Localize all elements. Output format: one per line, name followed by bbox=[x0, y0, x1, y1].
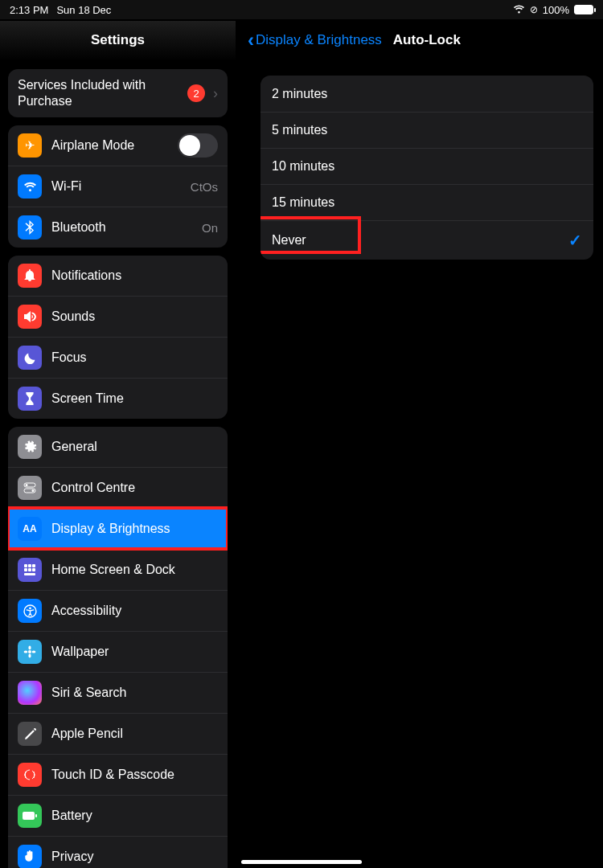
row-siri-search[interactable]: Siri & Search bbox=[8, 672, 228, 713]
group-services: Services Included with Purchase 2 › bbox=[8, 69, 228, 117]
svg-point-15 bbox=[28, 654, 31, 658]
row-services[interactable]: Services Included with Purchase 2 › bbox=[8, 69, 228, 117]
svg-rect-7 bbox=[24, 568, 27, 571]
speaker-icon bbox=[18, 305, 42, 329]
option-10-minutes[interactable]: 10 minutes bbox=[260, 148, 593, 184]
chevron-left-icon: ‹ bbox=[248, 31, 254, 50]
row-notifications[interactable]: Notifications bbox=[8, 256, 228, 296]
row-label: Display & Brightness bbox=[51, 522, 218, 536]
row-screen-time[interactable]: Screen Time bbox=[8, 378, 228, 419]
row-label: Notifications bbox=[51, 268, 218, 283]
status-time: 2:13 PM bbox=[10, 4, 48, 16]
moon-icon bbox=[18, 346, 42, 370]
svg-rect-18 bbox=[23, 812, 35, 820]
row-value: CtOs bbox=[191, 180, 218, 194]
status-date: Sun 18 Dec bbox=[56, 4, 111, 16]
battery-percent: 100% bbox=[543, 4, 569, 16]
svg-point-14 bbox=[28, 646, 31, 650]
svg-point-17 bbox=[32, 650, 36, 653]
autolock-options: 2 minutes 5 minutes 10 minutes 15 minute… bbox=[260, 76, 593, 260]
hourglass-icon bbox=[18, 387, 42, 411]
row-label: Apple Pencil bbox=[51, 727, 218, 741]
bell-icon bbox=[18, 264, 42, 288]
option-label: 2 minutes bbox=[272, 87, 582, 101]
row-label: Bluetooth bbox=[51, 220, 197, 235]
svg-rect-9 bbox=[32, 568, 35, 571]
group-notifications: Notifications Sounds Focus Screen Time bbox=[8, 256, 228, 419]
text-size-icon: AA bbox=[18, 517, 42, 541]
gear-icon bbox=[18, 435, 42, 459]
svg-rect-19 bbox=[35, 814, 37, 817]
grid-icon bbox=[18, 558, 42, 582]
option-never[interactable]: Never ✓ bbox=[260, 220, 593, 260]
row-label: Accessibility bbox=[51, 604, 218, 618]
siri-icon bbox=[18, 681, 42, 705]
row-privacy[interactable]: Privacy bbox=[8, 836, 228, 868]
battery-icon bbox=[18, 804, 42, 828]
battery-icon bbox=[574, 5, 593, 14]
row-label: Sounds bbox=[51, 309, 218, 324]
group-connectivity: ✈︎ Airplane Mode Wi-Fi CtOs Bluetooth On bbox=[8, 125, 228, 248]
switches-icon bbox=[18, 476, 42, 500]
row-battery[interactable]: Battery bbox=[8, 795, 228, 836]
svg-rect-10 bbox=[24, 573, 35, 575]
row-label: Wi-Fi bbox=[51, 179, 186, 194]
detail-pane: ‹ Display & Brightness Auto-Lock 2 minut… bbox=[236, 0, 603, 868]
back-button[interactable]: ‹ Display & Brightness bbox=[248, 31, 382, 50]
row-accessibility[interactable]: Accessibility bbox=[8, 590, 228, 631]
row-label: Touch ID & Passcode bbox=[51, 768, 218, 782]
sidebar-title: Settings bbox=[0, 21, 236, 61]
back-label: Display & Brightness bbox=[256, 32, 382, 48]
badge: 2 bbox=[187, 84, 205, 102]
row-label: Battery bbox=[51, 809, 218, 823]
option-15-minutes[interactable]: 15 minutes bbox=[260, 184, 593, 220]
home-indicator[interactable] bbox=[241, 860, 362, 864]
row-label: Wallpaper bbox=[51, 645, 218, 659]
wifi-icon bbox=[18, 174, 42, 199]
row-focus[interactable]: Focus bbox=[8, 337, 228, 378]
option-2-minutes[interactable]: 2 minutes bbox=[260, 76, 593, 112]
settings-sidebar: Settings Services Included with Purchase… bbox=[0, 0, 236, 868]
row-label: Siri & Search bbox=[51, 686, 218, 700]
row-general[interactable]: General bbox=[8, 427, 228, 467]
row-label: Airplane Mode bbox=[51, 138, 178, 153]
row-label: Control Centre bbox=[51, 481, 218, 495]
row-bluetooth[interactable]: Bluetooth On bbox=[8, 207, 228, 248]
row-home-screen-dock[interactable]: Home Screen & Dock bbox=[8, 549, 228, 590]
option-label: 5 minutes bbox=[272, 123, 582, 137]
option-label: 15 minutes bbox=[272, 195, 582, 210]
row-label: Focus bbox=[51, 350, 218, 365]
svg-rect-8 bbox=[28, 568, 31, 571]
row-apple-pencil[interactable]: Apple Pencil bbox=[8, 713, 228, 754]
svg-point-3 bbox=[32, 489, 35, 492]
chevron-right-icon: › bbox=[213, 85, 218, 102]
row-label: Home Screen & Dock bbox=[51, 563, 218, 577]
page-title: Auto-Lock bbox=[393, 32, 461, 48]
fingerprint-icon bbox=[18, 763, 42, 787]
row-value: On bbox=[202, 221, 218, 235]
pencil-icon bbox=[18, 722, 42, 746]
hand-icon bbox=[18, 845, 42, 868]
option-5-minutes[interactable]: 5 minutes bbox=[260, 112, 593, 148]
status-bar: 2:13 PM Sun 18 Dec ⊘ 100% bbox=[0, 0, 603, 19]
airplane-toggle[interactable] bbox=[178, 133, 218, 158]
row-label: Services Included with Purchase bbox=[18, 77, 187, 109]
group-general: General Control Centre AA Display & Brig… bbox=[8, 427, 228, 868]
row-control-centre[interactable]: Control Centre bbox=[8, 467, 228, 508]
row-display-brightness[interactable]: AA Display & Brightness bbox=[8, 508, 228, 549]
svg-point-16 bbox=[24, 650, 28, 653]
svg-rect-5 bbox=[28, 564, 31, 567]
wifi-icon bbox=[513, 4, 525, 16]
svg-rect-6 bbox=[32, 564, 35, 567]
highlight-box bbox=[260, 216, 361, 254]
row-label: General bbox=[51, 440, 218, 454]
flower-icon bbox=[18, 640, 42, 664]
row-wifi[interactable]: Wi-Fi CtOs bbox=[8, 166, 228, 207]
orientation-lock-icon: ⊘ bbox=[530, 4, 538, 15]
row-touchid-passcode[interactable]: Touch ID & Passcode bbox=[8, 754, 228, 795]
accessibility-icon bbox=[18, 599, 42, 623]
row-airplane-mode[interactable]: ✈︎ Airplane Mode bbox=[8, 125, 228, 166]
row-wallpaper[interactable]: Wallpaper bbox=[8, 631, 228, 672]
svg-rect-4 bbox=[24, 564, 27, 567]
row-sounds[interactable]: Sounds bbox=[8, 296, 228, 337]
